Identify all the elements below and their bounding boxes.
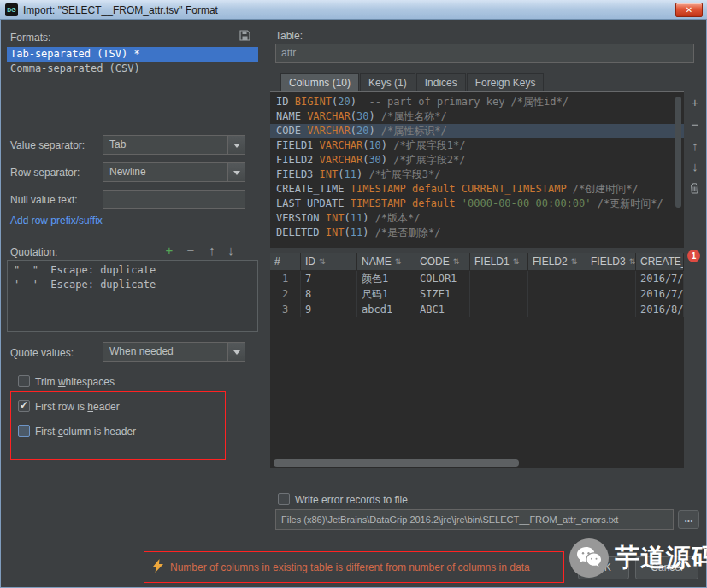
table-name-field[interactable]: attr — [275, 44, 694, 63]
grid-cell[interactable]: ABC1 — [415, 302, 470, 317]
remove-quotation-icon[interactable]: − — [183, 244, 198, 258]
column-header[interactable]: NAME⇅ — [357, 253, 415, 270]
add-column-icon[interactable]: + — [687, 96, 703, 110]
move-column-down-icon[interactable]: ↓ — [687, 160, 703, 174]
grid-cell[interactable]: SIZE1 — [415, 286, 470, 302]
ddl-line[interactable]: DELETED INT(11) /*是否删除*/ — [270, 226, 684, 240]
quotation-item[interactable]: ' ' Escape: duplicate — [8, 278, 257, 292]
grid-cell[interactable] — [470, 271, 528, 286]
close-button[interactable]: ✕ — [675, 3, 703, 17]
first-row-label: First row is header — [35, 401, 120, 413]
tab-foreign-keys[interactable]: Foreign Keys — [467, 74, 545, 91]
grid-cell[interactable]: 尺码1 — [357, 286, 415, 302]
grid-cell[interactable]: 7 — [301, 271, 357, 286]
value-separator-value: Tab — [109, 138, 126, 150]
table-label: Table: — [275, 30, 303, 42]
watermark: 芋道源码 — [569, 538, 707, 578]
column-header-label: # — [274, 256, 280, 268]
column-header[interactable]: FIELD2⇅ — [528, 253, 586, 270]
ddl-line[interactable]: FIELD2 VARCHAR(30) /*扩展字段2*/ — [270, 153, 684, 168]
delete-column-icon[interactable] — [689, 182, 700, 197]
ddl-line[interactable]: VERSION INT(11) /*版本*/ — [270, 211, 684, 226]
column-header-label: ID — [305, 256, 315, 268]
trim-checkbox[interactable] — [18, 375, 30, 387]
move-column-up-icon[interactable]: ↑ — [687, 139, 703, 154]
write-errors-checkbox[interactable] — [278, 493, 290, 505]
h-scrollbar[interactable] — [272, 459, 682, 467]
grid-cell[interactable] — [470, 286, 528, 302]
row-number[interactable]: 3 — [270, 302, 301, 317]
ddl-line[interactable]: CODE VARCHAR(20) /*属性标识*/ — [270, 124, 684, 138]
first-row-checkbox[interactable] — [18, 400, 30, 412]
column-header[interactable]: ID⇅ — [301, 253, 357, 270]
column-header[interactable]: FIELD1⇅ — [470, 253, 528, 270]
sort-icon[interactable]: ⇅ — [453, 257, 460, 266]
add-quotation-icon[interactable]: + — [162, 244, 177, 258]
ddl-line[interactable]: FIELD3 INT(11) /*扩展字段3*/ — [270, 168, 684, 182]
tab-indices[interactable]: Indices — [416, 74, 466, 91]
grid-cell[interactable] — [586, 286, 636, 302]
error-path-field[interactable]: Files (x86)\JetBrains\DataGrip 2016.2\jr… — [275, 509, 674, 530]
save-format-icon[interactable] — [239, 29, 251, 45]
grid-cell[interactable] — [586, 271, 636, 286]
add-prefix-link[interactable]: Add row prefix/suffix — [10, 215, 103, 226]
wechat-icon — [569, 538, 609, 578]
grid-cell[interactable] — [528, 271, 586, 286]
row-separator-combo[interactable]: Newline — [103, 162, 245, 182]
grid-cell[interactable]: 2016/7/ — [636, 286, 684, 302]
grid-cell[interactable]: 2016/8/ — [636, 302, 684, 317]
null-value-input[interactable] — [103, 190, 245, 209]
table-row[interactable]: 28尺码1SIZE12016/7/ — [270, 286, 684, 302]
table-row[interactable]: 39abcd1ABC12016/8/ — [270, 302, 684, 317]
chevron-down-icon[interactable] — [227, 136, 245, 154]
format-option[interactable]: Comma-separated (CSV) — [7, 62, 258, 76]
sort-icon[interactable]: ⇅ — [629, 257, 636, 266]
h-scroll-thumb[interactable] — [274, 459, 519, 467]
grid-cell[interactable]: 2016/7/ — [636, 271, 684, 286]
row-number[interactable]: 1 — [270, 271, 301, 286]
browse-button[interactable]: ... — [678, 510, 699, 529]
quotation-list: " " Escape: duplicate' ' Escape: duplica… — [7, 260, 258, 332]
grid-cell[interactable] — [528, 302, 586, 317]
move-down-icon[interactable]: ↓ — [223, 244, 239, 258]
move-up-icon[interactable]: ↑ — [204, 244, 220, 258]
column-header[interactable]: FIELD3⇅ — [586, 253, 636, 270]
sort-icon[interactable]: ⇅ — [319, 257, 326, 266]
grid-cell[interactable] — [586, 302, 636, 317]
value-separator-combo[interactable]: Tab — [103, 135, 245, 155]
tab-keys-1[interactable]: Keys (1) — [360, 74, 415, 91]
ddl-line[interactable]: LAST_UPDATE TIMESTAMP default '0000-00-0… — [270, 197, 684, 211]
column-header-label: NAME — [362, 256, 392, 268]
remove-column-icon[interactable]: − — [687, 118, 703, 132]
sort-icon[interactable]: ⇅ — [395, 257, 402, 266]
sort-icon[interactable]: ⇅ — [571, 257, 578, 266]
quote-values-combo[interactable]: When needed — [103, 342, 245, 362]
ddl-line[interactable]: FIELD1 VARCHAR(10) /*扩展字段1*/ — [270, 138, 684, 153]
editor-scrollbar[interactable] — [675, 97, 681, 208]
grid-cell[interactable]: 9 — [301, 302, 357, 317]
grid-cell[interactable]: 8 — [301, 286, 357, 302]
row-separator-value: Newline — [109, 166, 146, 178]
tab-columns-10[interactable]: Columns (10) — [280, 74, 359, 91]
column-header[interactable]: CREATE_⇅ — [636, 253, 684, 270]
warning-bolt-icon — [153, 559, 163, 576]
grid-cell[interactable]: 颜色1 — [357, 271, 415, 286]
column-header[interactable]: CODE⇅ — [415, 253, 470, 270]
column-header[interactable]: # — [270, 253, 301, 270]
chevron-down-icon[interactable] — [227, 163, 245, 181]
grid-cell[interactable]: abcd1 — [357, 302, 415, 317]
row-number[interactable]: 2 — [270, 286, 301, 302]
format-option[interactable]: Tab-separated (TSV) * — [7, 47, 258, 62]
grid-cell[interactable] — [528, 286, 586, 302]
ddl-line[interactable]: CREATE_TIME TIMESTAMP default CURRENT_TI… — [270, 182, 684, 197]
ddl-line[interactable]: ID BIGINT(20) -- part of primary key /*属… — [270, 95, 684, 109]
grid-cell[interactable]: COLOR1 — [415, 271, 470, 286]
first-col-checkbox[interactable] — [18, 425, 30, 437]
grid-cell[interactable] — [470, 302, 528, 317]
quotation-item[interactable]: " " Escape: duplicate — [8, 263, 257, 278]
table-row[interactable]: 17颜色1COLOR12016/7/ — [270, 271, 684, 286]
data-area: #ID⇅NAME⇅CODE⇅FIELD1⇅FIELD2⇅FIELD3⇅CREAT… — [270, 253, 684, 468]
sort-icon[interactable]: ⇅ — [513, 257, 520, 266]
chevron-down-icon[interactable] — [227, 343, 245, 361]
ddl-line[interactable]: NAME VARCHAR(30) /*属性名称*/ — [270, 109, 684, 124]
